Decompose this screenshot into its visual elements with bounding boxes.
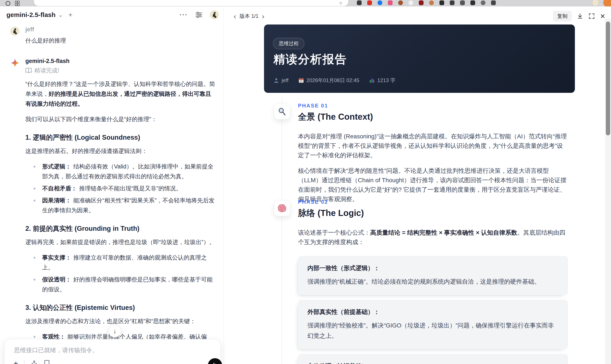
section-heading: 3. 认知的公正性 (Epistemic Virtues) (25, 303, 217, 312)
assistant-markdown: “什么是好的推理？”这是一个涉及逻辑学、认知科学和哲学核心的问题。简单来说，好的… (25, 79, 217, 364)
paragraph: 我们可以从以下四个维度来衡量什么是“好的推理”： (25, 114, 217, 124)
composer-toolbar: + (13, 359, 50, 364)
artifact-actions: 复制 ✕ (553, 11, 605, 22)
phase-paragraph: 该论述基于一个核心公式：高质量结论 = 结构完整性 × 事实准确性 × 认知自律… (298, 228, 568, 247)
list-item: 形式逻辑：结构必须有效（Valid）。比如演绎推理中，如果前提全部为真，那么通过… (25, 162, 217, 181)
dimension-card: 主体伦理（认识美德）： 转向推理者的心理特征。引入奥卡姆剃刀和反向论证，旨在克服… (298, 354, 568, 364)
message-input[interactable] (13, 347, 204, 354)
phase-label: PHASE 02 (298, 199, 568, 205)
bullet-dot (34, 336, 36, 338)
date-meta: 2026年01月08日 02:45 (298, 77, 359, 84)
dimension-card: 外部真实性（前提基础）： 强调推理的“经验校准”。解决“GIGO（垃圾进，垃圾出… (298, 300, 568, 349)
timeline-line (282, 97, 282, 364)
list-item: 事实支撑：推理建立在可靠的数据、准确的观测或公认的真理之上。 (25, 253, 217, 273)
bullet-lead: 因果清晰： (42, 197, 71, 204)
bookmark-star-icon[interactable]: ☆ (339, 0, 343, 6)
phase-1-marker (274, 104, 290, 119)
extension-icons-row (357, 0, 496, 5)
reload-icon[interactable] (6, 1, 10, 6)
blue-extension-icon[interactable] (378, 0, 382, 5)
phase-2-marker (274, 200, 290, 216)
hero-badge: 思维过程 (273, 38, 305, 49)
bullet-dot (34, 188, 36, 190)
browser-corner-avatar[interactable] (603, 0, 611, 6)
bullet-list: 事实支撑：推理建立在可靠的数据、准确的观测或公认的真理之上。 假设透明：好的推理… (25, 253, 217, 294)
bookmark-icon[interactable] (44, 360, 50, 364)
copy-button[interactable]: 复制 (553, 11, 572, 22)
user-message-text: 什么是好的推理 (25, 36, 217, 45)
model-title[interactable]: gemini-2.5-flash (6, 11, 55, 18)
bullet-dot (34, 257, 36, 259)
list-item: 因果清晰：能准确区分“相关性”和“因果关系”，不会轻率地将先后发生的事情归为因果… (25, 195, 217, 215)
paragraph: “什么是好的推理？”这是一个涉及逻辑学、认知科学和哲学核心的问题。简单来说，好的… (25, 79, 217, 109)
author-meta: jeff (273, 77, 289, 83)
gemini-star-icon (10, 58, 20, 68)
report-hero-card: 思维过程 精读分析报告 jeff 2026年01月08日 02:45 1213 … (264, 25, 575, 93)
bullet-lead: 假设透明： (42, 276, 71, 283)
bullet-list: 形式逻辑：结构必须有效（Valid）。比如演绎推理中，如果前提全部为真，那么通过… (25, 162, 217, 215)
scrollbar-track[interactable] (605, 19, 611, 364)
darkred-extension-icon[interactable] (419, 0, 424, 5)
bullet-lead: 形式逻辑： (42, 163, 71, 170)
close-icon[interactable]: ✕ (600, 13, 605, 20)
sliders-icon[interactable] (195, 11, 202, 18)
browser-toolbar: ☆ (0, 0, 611, 6)
card-body: 强调推理的“机械正确”。结论必须在给定的规则系统内逻辑自洽，这是推理的硬件基础。 (307, 276, 558, 287)
phase-paragraph: 核心情境在于解决“思考的随意性”问题。不论是人类通过批判性思维进行决策，还是大语… (298, 166, 568, 204)
pin-extension-icon[interactable] (439, 0, 444, 5)
bullet-dot (34, 200, 36, 202)
clock-extension-icon[interactable] (481, 0, 485, 5)
puzzle-extension-icon[interactable] (450, 0, 454, 5)
bullet-lead: 事实支撑： (42, 254, 71, 261)
brain-icon (278, 204, 287, 212)
version-next-button[interactable]: › (262, 13, 264, 19)
magnifier-icon (278, 107, 286, 116)
dimension-cards: 内部一致性（形式逻辑）： 强调推理的“机械正确”。结论必须在给定的规则系统内逻辑… (298, 256, 568, 364)
more-options-icon[interactable]: ··· (180, 11, 188, 18)
list-item: 假设透明：好的推理会明确指明哪些是已知事实，哪些是基于可能的假设。 (25, 275, 217, 294)
card-title: 主体伦理（认识美德）： (307, 362, 558, 364)
phase-1-section: PHASE 01 全景 (The Context) 本内容是对“推理 (Reas… (298, 103, 568, 210)
version-label: 版本 1/1 (239, 13, 258, 20)
card-title: 外部真实性（前提基础）： (307, 308, 558, 316)
tan-extension-icon[interactable] (429, 0, 434, 5)
card-title: 内部一致性（形式逻辑）： (307, 264, 558, 272)
card-body: 强调推理的“经验校准”。解决“GIGO（垃圾进，垃圾出）”问题，确保推理引擎运行… (307, 320, 558, 341)
dimension-card: 内部一致性（形式逻辑）： 强调推理的“机械正确”。结论必须在给定的规则系统内逻辑… (298, 256, 568, 295)
pink-extension-icon[interactable] (388, 0, 393, 5)
scrollbar-thumb[interactable] (606, 22, 610, 135)
assistant-status: 精读完成! (25, 67, 217, 74)
download-icon[interactable] (577, 13, 583, 19)
attach-plus-button[interactable]: + (13, 359, 18, 364)
grid-extension-icon[interactable] (491, 0, 496, 5)
scroll-to-bottom-button[interactable]: ↓ (108, 325, 121, 337)
apps-grid-icon[interactable] (15, 1, 19, 5)
paragraph: 逻辑再完美，如果前提是错误的，推理也是垃圾（即“垃圾进，垃圾出”）。 (25, 237, 217, 247)
phase-title: 全景 (The Context) (298, 111, 568, 123)
expand-icon[interactable] (588, 13, 595, 19)
list-item: 不自相矛盾：推理链条中不能出现“既是又非”的情况。 (25, 183, 217, 193)
composer: + (4, 339, 221, 364)
chat-scroll-area[interactable]: jeff 什么是好的推理 gemini-2.5-flash (0, 21, 224, 364)
user-name: jeff (25, 26, 217, 33)
chevron-down-icon[interactable]: ⌄ (58, 12, 63, 18)
binoculars-extension-icon[interactable] (357, 0, 362, 5)
url-bar[interactable] (34, 0, 348, 6)
phase-paragraph: 本内容是对“推理 (Reasoning)”这一抽象概念的高层建模。在知识爆炸与人… (298, 132, 568, 160)
version-prev-button[interactable]: ‹ (234, 13, 236, 19)
brown-extension-icon[interactable] (398, 0, 403, 5)
new-chat-button[interactable]: + (68, 11, 72, 19)
voice-input-button[interactable] (208, 358, 222, 364)
mask-extension-icon[interactable] (409, 0, 413, 5)
calendar-icon (298, 78, 304, 83)
chat-panel: gemini-2.5-flash ⌄ + ··· (0, 6, 224, 364)
user-avatar[interactable] (210, 10, 219, 19)
word-count-meta: 1213 字 (369, 77, 395, 84)
phase-label: PHASE 01 (298, 103, 568, 109)
sparkle-icon[interactable] (30, 360, 38, 364)
browser-profile-avatar[interactable] (592, 0, 599, 6)
red-extension-icon[interactable] (367, 0, 372, 5)
phone-extension-icon[interactable] (470, 0, 475, 5)
paragraph: 这涉及推理者的心态和方法论，也是区分“杠精”和“思想家”的关键： (25, 316, 217, 326)
play-extension-icon[interactable] (460, 0, 465, 5)
